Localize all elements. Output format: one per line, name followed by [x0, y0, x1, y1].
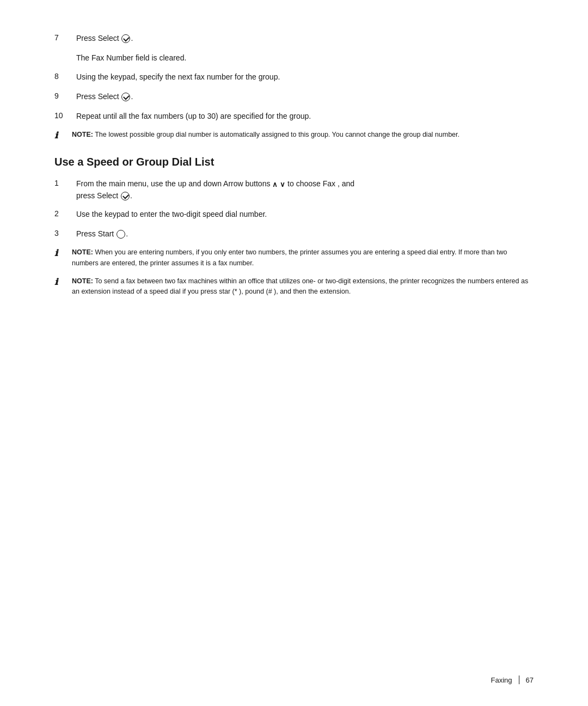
section-heading: Use a Speed or Group Dial List	[54, 156, 534, 168]
step-bottom-2: 2 Use the keypad to enter the two-digit …	[54, 209, 534, 221]
note-bottom-1-label: NOTE:	[72, 248, 93, 256]
step-9-number: 9	[54, 91, 76, 100]
arrow-up-icon: ∧	[272, 179, 278, 190]
note-top-label: NOTE:	[72, 131, 93, 138]
step-8: 8 Using the keypad, specify the next fax…	[54, 71, 534, 83]
note-bottom-1-body: When you are entering numbers, if you on…	[72, 248, 507, 266]
step-7-subtext: The Fax Number field is cleared.	[76, 52, 534, 64]
step-bottom-2-content: Use the keypad to enter the two-digit sp…	[76, 209, 534, 221]
note-top-text: NOTE: The lowest possible group dial num…	[72, 130, 460, 140]
note-bottom-1: ℹ NOTE: When you are entering numbers, i…	[54, 247, 534, 269]
step-b1-line2-before: press Select	[76, 191, 120, 200]
select-icon-9	[121, 93, 130, 101]
step-b3-text-after: .	[126, 229, 128, 238]
step-9-text-before: Press Select	[76, 92, 121, 101]
note-bottom-2-label: NOTE:	[72, 277, 93, 285]
step-bottom-3-number: 3	[54, 228, 76, 238]
step-bottom-1: 1 From the main menu, use the up and dow…	[54, 178, 534, 202]
note-bottom-2-body: To send a fax between two fax machines w…	[72, 277, 528, 295]
step-b1-text-after-arrows: to choose Fax , and	[285, 179, 354, 188]
page: 7 Press Select . The Fax Number field is…	[0, 0, 588, 706]
note-bottom-2-icon: ℹ	[54, 276, 72, 287]
note-top-icon: ℹ	[54, 130, 72, 141]
step-10-content: Repeat until all the fax numbers (up to …	[76, 111, 534, 123]
step-7-number: 7	[54, 33, 76, 42]
footer-label: Faxing	[491, 676, 512, 684]
note-top-body: The lowest possible group dial number is…	[95, 131, 460, 138]
note-bottom-1-text: NOTE: When you are entering numbers, if …	[72, 247, 534, 269]
step-8-number: 8	[54, 71, 76, 81]
note-top: ℹ NOTE: The lowest possible group dial n…	[54, 130, 534, 141]
start-icon	[117, 230, 125, 239]
footer-divider	[519, 675, 519, 684]
step-bottom-1-number: 1	[54, 178, 76, 187]
step-9-text-after: .	[131, 92, 133, 101]
step-7-content: Press Select .	[76, 33, 534, 45]
step-9-content: Press Select .	[76, 91, 534, 103]
select-icon-7	[121, 34, 130, 43]
step-b3-text-before: Press Start	[76, 229, 116, 238]
step-bottom-1-content: From the main menu, use the up and down …	[76, 178, 534, 202]
step-10: 10 Repeat until all the fax numbers (up …	[54, 111, 534, 123]
step-b1-text-before-arrows: From the main menu, use the up and down …	[76, 179, 272, 188]
step-bottom-2-number: 2	[54, 209, 76, 218]
step-7: 7 Press Select .	[54, 33, 534, 45]
step-bottom-3-content: Press Start .	[76, 228, 534, 240]
step-b1-line2-after: .	[130, 191, 132, 200]
note-bottom-2: ℹ NOTE: To send a fax between two fax ma…	[54, 276, 534, 297]
footer: Faxing 67	[491, 675, 534, 684]
step-7-text-after: .	[131, 34, 133, 42]
step-bottom-3: 3 Press Start .	[54, 228, 534, 240]
step-9: 9 Press Select .	[54, 91, 534, 103]
step-8-content: Using the keypad, specify the next fax n…	[76, 71, 534, 83]
step-7-text-before: Press Select	[76, 34, 121, 42]
note-bottom-2-text: NOTE: To send a fax between two fax mach…	[72, 276, 534, 297]
arrow-down-icon: ∨	[280, 179, 285, 190]
footer-page-number: 67	[526, 676, 534, 684]
note-bottom-1-icon: ℹ	[54, 247, 72, 258]
step-10-number: 10	[54, 111, 76, 120]
select-icon-b1	[121, 192, 130, 200]
